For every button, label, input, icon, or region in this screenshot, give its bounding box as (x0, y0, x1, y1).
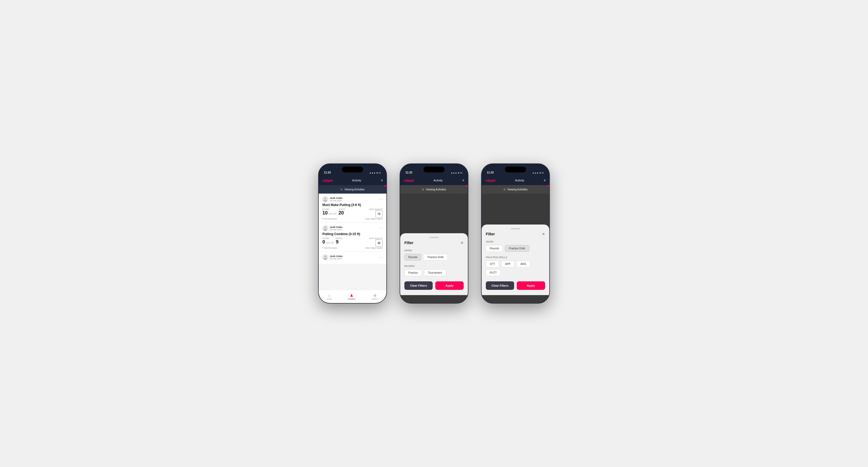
more-dots-2[interactable]: ··· (379, 226, 383, 230)
status-time-1: 11:33 (324, 171, 331, 174)
svg-point-5 (324, 258, 327, 260)
user-date-3: 28 Feb 2023 (330, 257, 342, 260)
battery-icon-2: 51 (460, 172, 463, 174)
rounds-label-2: Rounds (404, 265, 464, 267)
notification-dot-2 (466, 185, 468, 187)
rounds-btn-2[interactable]: Rounds (404, 254, 421, 260)
activity-card-1: Josh Coles 28 Feb 2023 ··· Must Make Put… (319, 193, 386, 223)
practice-buttons-3: OTT APP ARG PUTT (486, 261, 545, 276)
phone-2: 11:33 ▲▲▲ ◈ 51 clippd Activity ≡ ⚙ Viewi… (400, 163, 468, 304)
menu-icon-1[interactable]: ≡ (381, 179, 383, 182)
data-source-2: Data: Clippd Capture (366, 247, 383, 249)
user-name-1: Josh Coles (330, 197, 342, 199)
menu-icon-3[interactable]: ≡ (544, 179, 546, 182)
rounds-btn-3[interactable]: Rounds (486, 245, 503, 252)
filter-sheet-3: Filter ✕ Show Rounds Practice Drills Pra… (482, 224, 549, 295)
sheet-header-3: Filter ✕ (486, 232, 545, 236)
user-info-2: Josh Coles 28 Feb 2023 (322, 225, 342, 231)
data-source-1: Data: Clippd Capture (366, 218, 383, 220)
tournament-btn-2[interactable]: Tournament (424, 270, 446, 276)
bottom-nav-1: ⌂ Home ♟ Activities ⊕ Capture (319, 290, 386, 303)
card-footer-1: ℹ Test Information Data: Clippd Capture (322, 218, 383, 220)
viewing-banner-3[interactable]: ⚙ Viewing Activities (482, 185, 549, 193)
user-details-3: Josh Coles 28 Feb 2023 (330, 255, 342, 260)
svg-point-1 (324, 200, 327, 202)
shots-label-2: Shots (336, 238, 342, 239)
activities-label: Activities (348, 298, 355, 300)
battery-icon-3: 51 (541, 172, 544, 174)
putt-btn-3[interactable]: PUTT (486, 270, 501, 276)
practice-round-btn-2[interactable]: Practice (404, 270, 422, 276)
rounds-buttons-2: Practice Tournament (404, 270, 464, 276)
practice-drills-btn-3[interactable]: Practice Drills (505, 245, 529, 252)
sq-badge-1: 75 (375, 210, 383, 218)
more-dots-3[interactable]: ··· (379, 255, 383, 259)
avatar-1 (322, 196, 328, 202)
banner-text-1: Viewing Activities (344, 188, 365, 191)
status-icons-3: ▲▲▲ ◈ 51 (532, 172, 544, 174)
phone-3: 11:33 ▲▲▲ ◈ 51 clippd Activity ≡ ⚙ Viewi… (481, 163, 550, 304)
clear-filters-btn-3[interactable]: Clear Filters (486, 281, 514, 290)
user-date-2: 28 Feb 2023 (330, 228, 342, 231)
dynamic-island-3 (505, 166, 526, 173)
banner-text-3: Viewing Activities (507, 188, 528, 191)
footer-3: Clear Filters Apply (486, 281, 545, 290)
activity-card-2: Josh Coles 28 Feb 2023 ··· Putting Combi… (319, 223, 386, 252)
nav-home-1[interactable]: ⌂ Home (327, 293, 332, 300)
wifi-icon-2: ◈ (458, 172, 459, 174)
arg-btn-3[interactable]: ARG (517, 261, 530, 267)
clear-filters-btn-2[interactable]: Clear Filters (404, 281, 433, 290)
score-label-1: Score (322, 208, 336, 210)
app-header-1: clippd Activity ≡ (319, 176, 386, 185)
app-btn-3[interactable]: APP (501, 261, 515, 267)
user-info-3: Josh Coles 28 Feb 2023 (322, 254, 342, 260)
user-date-1: 28 Feb 2023 (330, 199, 342, 202)
user-details-2: Josh Coles 28 Feb 2023 (330, 226, 342, 231)
show-buttons-2: Rounds Practice Drills (404, 254, 464, 260)
more-dots-1[interactable]: ··· (379, 197, 383, 201)
dynamic-island (342, 166, 363, 173)
signal-icon-2: ▲▲▲ (451, 172, 457, 174)
filter-title-2: Filter (404, 241, 413, 245)
menu-icon-2[interactable]: ≡ (462, 179, 464, 182)
avatar-2 (322, 225, 328, 231)
nav-activities-1[interactable]: ♟ Activities (348, 293, 355, 300)
home-icon: ⌂ (328, 293, 330, 298)
phone1-content: ⚙ Viewing Activities (319, 185, 386, 290)
svg-point-4 (324, 256, 326, 257)
user-info-1: Josh Coles 28 Feb 2023 (322, 196, 342, 202)
status-time-2: 11:33 (405, 171, 412, 174)
viewing-banner-1[interactable]: ⚙ Viewing Activities (319, 185, 386, 193)
test-info-1: ℹ Test Information (322, 218, 337, 220)
card-footer-2: ℹ Test Information Data: Clippd Capture (322, 247, 383, 249)
shots-label-1: Shots (339, 208, 345, 210)
ott-btn-3[interactable]: OTT (486, 261, 499, 267)
header-title-2: Activity (433, 179, 443, 182)
filter-icon-2: ⚙ (422, 188, 424, 191)
show-buttons-3: Rounds Practice Drills (486, 245, 545, 252)
show-label-2: Show (404, 249, 464, 252)
apply-btn-3[interactable]: Apply (517, 281, 545, 290)
app-header-2: clippd Activity ≡ (400, 176, 468, 185)
sheet-handle-3 (511, 228, 520, 229)
activity-title-2: Putting Combine (3-15 ft) (322, 232, 383, 236)
sq-label-2: Shot Quality (369, 238, 383, 239)
app-header-3: clippd Activity ≡ (482, 176, 549, 185)
banner-text-2: Viewing Activities (426, 188, 446, 191)
notification-dot-1 (384, 185, 386, 187)
nav-capture-1[interactable]: ⊕ Capture (372, 293, 378, 300)
filter-sheet-2: Filter ✕ Show Rounds Practice Drills Rou… (400, 233, 468, 295)
close-btn-3[interactable]: ✕ (542, 232, 545, 236)
viewing-banner-2[interactable]: ⚙ Viewing Activities (400, 185, 468, 193)
activities-icon: ♟ (350, 293, 353, 298)
close-btn-2[interactable]: ✕ (460, 241, 464, 245)
home-label: Home (327, 298, 332, 300)
practice-drills-btn-2[interactable]: Practice Drills (424, 254, 447, 260)
sheet-header-2: Filter ✕ (404, 241, 464, 245)
logo-2: clippd (404, 179, 414, 183)
user-name-3: Josh Coles (330, 255, 342, 257)
apply-btn-2[interactable]: Apply (435, 281, 464, 290)
activity-card-3: Josh Coles 28 Feb 2023 ··· (319, 252, 386, 264)
svg-point-0 (324, 197, 326, 199)
score-label-2: Score (322, 238, 334, 239)
